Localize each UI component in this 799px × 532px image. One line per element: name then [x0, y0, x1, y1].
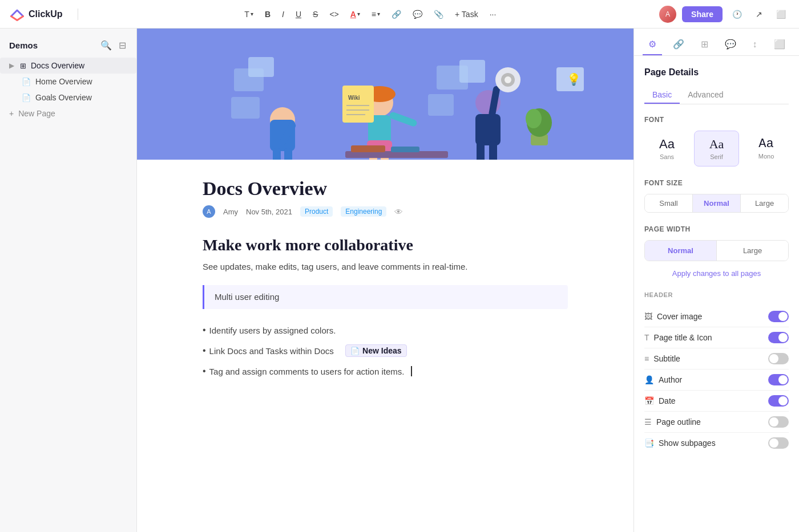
svg-text:💡: 💡	[567, 72, 581, 86]
tag-engineering[interactable]: Engineering	[341, 206, 386, 217]
toggle-subtitle-label-wrap: ≡ Subtitle	[644, 354, 680, 363]
subtitle-icon: ≡	[644, 354, 649, 363]
toggle-date-label: Date	[659, 396, 676, 405]
subpages-toggle[interactable]	[768, 437, 789, 449]
add-task-btn[interactable]: + Task	[451, 7, 482, 21]
sidebar-header: Demos 🔍 ⊟	[0, 35, 136, 58]
panel-tab-links[interactable]: 🔗	[667, 34, 690, 55]
apply-changes-link[interactable]: Apply changes to all pages	[644, 269, 789, 278]
font-sample-sans: Aa	[659, 137, 675, 152]
app-logo[interactable]: ClickUp	[9, 6, 63, 22]
page-title-toggle[interactable]	[768, 332, 789, 343]
title-icon: T	[644, 333, 649, 342]
size-small-btn[interactable]: Small	[645, 194, 693, 212]
sidebar-item-home-overview[interactable]: 📄 Home Overview	[0, 74, 136, 90]
workspace-title: Demos	[9, 40, 38, 50]
toggle-subpages-label: Show subpages	[659, 438, 716, 448]
svg-rect-16	[342, 86, 374, 123]
more-options-btn[interactable]: ···	[486, 7, 501, 21]
bullet-item-2: Link Docs and Tasks within Docs 📄 New Id…	[203, 340, 568, 362]
sidebar-item-label: Docs Overview	[31, 61, 84, 70]
panel-tab-sort[interactable]: ↕	[747, 34, 763, 55]
cover-image-toggle[interactable]	[768, 311, 789, 322]
author-toggle[interactable]	[768, 374, 789, 385]
toolbar-right: A Share 🕐 ↗ ⬜	[659, 6, 790, 23]
outline-icon: ☰	[644, 417, 652, 427]
right-panel: ⚙ 🔗 ⊞ 💬 ↕ ⬜ Page Details Basic Advanced …	[633, 29, 799, 532]
bullet-list: Identify users by assigned colors. Link …	[203, 320, 568, 381]
history-btn[interactable]: 🕐	[728, 7, 746, 21]
subtitle-toggle[interactable]	[768, 353, 789, 364]
svg-rect-22	[475, 114, 501, 145]
text-format-btn[interactable]: T ▾	[240, 7, 257, 21]
toggle-subpages-label-wrap: 📑 Show subpages	[644, 438, 716, 448]
toggle-subpages: 📑 Show subpages	[644, 433, 789, 453]
date-toggle[interactable]	[768, 395, 789, 407]
align-btn[interactable]: ≡ ▾	[368, 7, 384, 21]
font-sample-mono: Aa	[758, 137, 773, 151]
width-normal-btn[interactable]: Normal	[645, 241, 717, 261]
new-page-label: New Page	[18, 109, 55, 118]
font-option-mono[interactable]: Aa Mono	[744, 131, 789, 166]
new-page-btn[interactable]: + New Page	[0, 105, 136, 121]
toggle-knob	[778, 333, 788, 342]
font-label-mono: Mono	[758, 153, 774, 160]
strikethrough-btn[interactable]: S	[309, 7, 322, 21]
export-btn[interactable]: ↗	[752, 7, 766, 21]
svg-rect-24	[489, 141, 497, 160]
expand-icon: ▶	[9, 62, 14, 70]
share-button[interactable]: Share	[682, 6, 723, 22]
panel-tab-settings[interactable]: ⚙	[643, 34, 662, 55]
toggle-title-label-wrap: T Page title & Icon	[644, 333, 712, 342]
italic-btn[interactable]: I	[278, 7, 288, 21]
comment-btn[interactable]: 💬	[409, 7, 426, 21]
panel-tab-view[interactable]: ⬜	[768, 34, 791, 55]
underline-btn[interactable]: U	[292, 7, 305, 21]
tag-product[interactable]: Product	[300, 206, 333, 217]
width-large-btn[interactable]: Large	[717, 241, 788, 261]
sidebar-item-goals-overview[interactable]: 📄 Goals Overview	[0, 90, 136, 105]
toggle-knob	[769, 417, 778, 427]
cover-image: Wiki	[137, 29, 633, 160]
link-btn[interactable]: 🔗	[388, 7, 405, 21]
toggle-cover-label-wrap: 🖼 Cover image	[644, 312, 702, 321]
svg-rect-23	[477, 141, 485, 160]
code-btn[interactable]: <>	[325, 7, 342, 21]
collapse-btn[interactable]: ⊟	[118, 39, 127, 52]
attachment-btn[interactable]: 📎	[430, 7, 447, 21]
svg-rect-30	[459, 60, 485, 83]
size-large-btn[interactable]: Large	[741, 194, 788, 212]
toggle-date: 📅 Date	[644, 391, 789, 412]
outline-toggle[interactable]	[768, 416, 789, 428]
font-option-sans[interactable]: Aa Sans	[644, 131, 689, 166]
panel-tabs: ⚙ 🔗 ⊞ 💬 ↕ ⬜	[634, 29, 799, 56]
size-normal-btn[interactable]: Normal	[693, 194, 741, 212]
panel-tab-grid[interactable]: ⊞	[695, 34, 714, 55]
author-icon: 👤	[644, 375, 654, 384]
svg-rect-34	[231, 97, 260, 119]
doc-icon: 📄	[22, 94, 31, 102]
toggle-knob	[769, 438, 778, 448]
inline-link-new-ideas[interactable]: 📄 New Ideas	[345, 344, 406, 357]
date-icon: 📅	[644, 396, 654, 405]
doc-date: Nov 5th, 2021	[246, 208, 292, 216]
doc-link-icon: 📄	[350, 347, 360, 355]
layout-btn[interactable]: ⬜	[772, 7, 790, 21]
doc-paragraph: See updates, make edits, tag users, and …	[203, 260, 568, 274]
sidebar-item-docs-overview[interactable]: ▶ ⊞ Docs Overview	[0, 58, 136, 74]
svg-rect-3	[273, 148, 281, 160]
font-option-serif[interactable]: Aa Serif	[694, 131, 739, 166]
bold-btn[interactable]: B	[261, 7, 275, 21]
panel-tab-comments[interactable]: 💬	[719, 34, 742, 55]
page-width-label: Page Width	[644, 225, 789, 233]
svg-text:Wiki: Wiki	[348, 95, 360, 101]
sub-tab-advanced[interactable]: Advanced	[680, 87, 731, 104]
toggle-title-label: Page title & Icon	[654, 333, 712, 342]
sidebar-item-label: Home Overview	[35, 77, 92, 86]
doc-author-avatar: A	[203, 205, 215, 218]
sub-tab-basic[interactable]: Basic	[644, 87, 680, 104]
toggle-subtitle: ≡ Subtitle	[644, 348, 789, 369]
search-btn[interactable]: 🔍	[99, 39, 113, 52]
plus-icon: +	[9, 109, 14, 118]
color-btn[interactable]: A ▾	[346, 7, 364, 21]
